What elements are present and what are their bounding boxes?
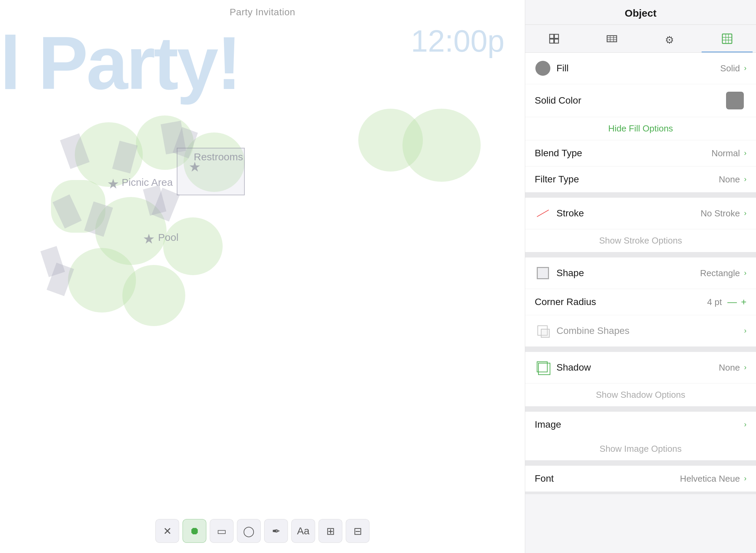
stroke-section: Stroke No Stroke › Show Stroke Options — [525, 198, 756, 255]
section-divider-4 — [525, 409, 756, 412]
combine-shapes-label: Combine Shapes — [556, 325, 743, 336]
gear-icon: ⚙ — [665, 34, 674, 46]
pool-label: Pool — [158, 232, 178, 243]
svg-rect-9 — [722, 34, 732, 43]
shape-value: Rectangle — [700, 268, 740, 279]
filter-type-value: None — [719, 174, 740, 185]
pool-star-icon: ★ — [143, 231, 155, 247]
arrange-tab[interactable] — [525, 28, 583, 52]
restrooms-label: Restrooms — [194, 151, 243, 163]
shape-chevron-icon: › — [744, 269, 746, 278]
settings-tab[interactable]: ⚙ — [641, 28, 699, 52]
section-divider-2 — [525, 255, 756, 257]
panel-title: Object — [525, 0, 756, 25]
rectangle-tool[interactable]: ▭ — [210, 519, 234, 543]
shadow-row[interactable]: Shadow None › — [525, 352, 756, 383]
tab-bar: ⚙ — [525, 25, 756, 53]
stroke-label: Stroke — [556, 208, 701, 219]
solid-color-label: Solid Color — [535, 95, 726, 106]
image-chevron-icon: › — [744, 420, 746, 429]
text-tool[interactable]: Aa — [291, 519, 315, 543]
corner-radius-value: 4 pt — [707, 297, 722, 307]
record-button[interactable]: ⏺ — [183, 519, 206, 543]
color-swatch[interactable] — [726, 92, 744, 109]
filter-type-label: Filter Type — [535, 174, 719, 185]
solid-color-row[interactable]: Solid Color — [525, 84, 756, 117]
picnic-star-icon: ★ — [107, 176, 119, 192]
blend-type-label: Blend Type — [535, 148, 711, 159]
font-section: Font Helvetica Neue › — [525, 466, 756, 494]
shadow-section: Shadow None › Show Shadow Options — [525, 352, 756, 409]
ellipse-tool[interactable]: ◯ — [237, 519, 261, 543]
right-panel: Object — [525, 0, 756, 553]
svg-rect-2 — [550, 39, 554, 43]
section-divider — [525, 195, 756, 198]
shape-label: Shape — [556, 268, 700, 279]
show-image-options-button[interactable]: Show Image Options — [525, 438, 756, 460]
stroke-line-icon — [535, 205, 551, 221]
blob-shape — [163, 217, 223, 275]
fill-circle-icon — [535, 60, 551, 76]
show-shadow-options-button[interactable]: Show Shadow Options — [525, 383, 756, 406]
canvas-content: l Party! 12:00p — [0, 0, 525, 553]
table-style-tab[interactable] — [698, 28, 756, 52]
pen-tool[interactable]: ✒ — [264, 519, 288, 543]
map-area: ★ Restrooms ★ Picnic Area ★ Pool — [34, 95, 498, 512]
table-style-icon — [721, 33, 733, 47]
combine-shapes-icon — [535, 323, 551, 339]
corner-radius-increase-button[interactable]: + — [741, 297, 746, 307]
fill-value: Solid — [720, 63, 740, 74]
combine-shapes-chevron-icon: › — [744, 326, 746, 335]
shadow-label: Shadow — [556, 362, 719, 373]
section-divider-5 — [525, 463, 756, 466]
style-tab[interactable] — [583, 28, 641, 52]
bottom-toolbar: ✕ ⏺ ▭ ◯ ✒ Aa ⊞ ⊟ — [0, 516, 525, 546]
close-button[interactable]: ✕ — [155, 519, 179, 543]
fill-chevron-icon: › — [744, 64, 746, 73]
blob-shape — [358, 109, 423, 172]
hide-fill-options-button[interactable]: Hide Fill Options — [525, 117, 756, 140]
filter-type-row[interactable]: Filter Type None › — [525, 166, 756, 192]
fill-section: Fill Solid › Solid Color Hide Fill Optio… — [525, 53, 756, 195]
shape-square-icon — [535, 265, 551, 281]
font-row[interactable]: Font Helvetica Neue › — [525, 466, 756, 492]
filter-type-chevron-icon: › — [744, 175, 746, 184]
blend-type-row[interactable]: Blend Type Normal › — [525, 140, 756, 166]
stroke-value: No Stroke — [701, 208, 740, 219]
table-tool[interactable]: ⊞ — [319, 519, 342, 543]
stroke-row[interactable]: Stroke No Stroke › — [525, 198, 756, 229]
section-divider-3 — [525, 349, 756, 352]
canvas-area: Party Invitation l Party! 12:00p — [0, 0, 525, 553]
corner-radius-label: Corner Radius — [535, 297, 707, 307]
svg-rect-1 — [554, 34, 559, 38]
font-value: Helvetica Neue — [680, 474, 740, 484]
font-chevron-icon: › — [744, 474, 746, 483]
corner-radius-row: Corner Radius 4 pt — + — [525, 289, 756, 315]
shadow-icon — [535, 359, 551, 376]
corner-radius-decrease-button[interactable]: — — [727, 297, 737, 307]
svg-rect-0 — [550, 34, 554, 38]
combine-shapes-row[interactable]: Combine Shapes › — [525, 315, 756, 346]
media-tool[interactable]: ⊟ — [346, 519, 370, 543]
time-text: 12:00p — [411, 24, 504, 59]
shadow-value: None — [719, 362, 740, 373]
blend-type-value: Normal — [711, 148, 740, 159]
blob-shape — [122, 265, 185, 326]
image-row[interactable]: Image › — [525, 412, 756, 438]
font-label: Font — [535, 473, 680, 484]
show-stroke-options-button[interactable]: Show Stroke Options — [525, 229, 756, 252]
picnic-label: Picnic Area — [122, 177, 173, 188]
stroke-chevron-icon: › — [744, 209, 746, 218]
image-label: Image — [535, 419, 743, 430]
blend-type-chevron-icon: › — [744, 149, 746, 158]
fill-row[interactable]: Fill Solid › — [525, 53, 756, 84]
svg-rect-3 — [554, 39, 559, 43]
fill-label: Fill — [556, 63, 720, 74]
party-text: l Party! — [0, 20, 240, 106]
shape-row[interactable]: Shape Rectangle › — [525, 257, 756, 289]
svg-rect-4 — [607, 36, 617, 42]
shape-section: Shape Rectangle › Corner Radius 4 pt — +… — [525, 257, 756, 349]
shadow-chevron-icon: › — [744, 363, 746, 372]
image-section: Image › Show Image Options — [525, 412, 756, 463]
arrange-tab-icon — [548, 33, 560, 47]
